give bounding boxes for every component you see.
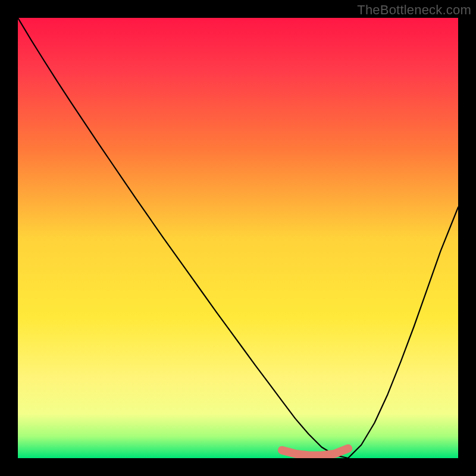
watermark-text: TheBottleneck.com xyxy=(357,2,471,18)
chart-frame: TheBottleneck.com xyxy=(0,0,476,476)
chart-background xyxy=(18,18,458,458)
bottleneck-chart xyxy=(18,18,458,458)
